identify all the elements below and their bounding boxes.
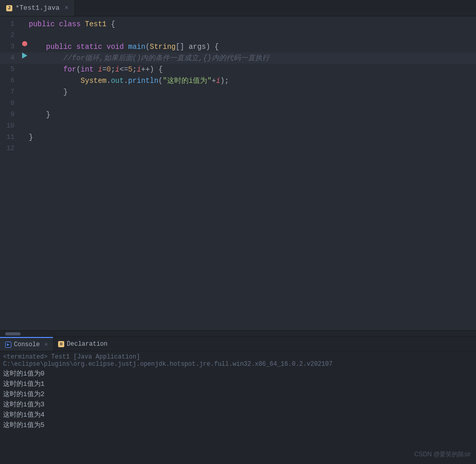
declaration-icon: D bbox=[58, 341, 64, 347]
bottom-panel: ▶ Console × D Declaration <terminated> T… bbox=[0, 336, 476, 464]
breakpoint-3 bbox=[22, 41, 27, 46]
tab-close-button[interactable]: × bbox=[65, 5, 68, 12]
code-line-9: 9 } bbox=[0, 109, 476, 120]
line-num-4: 4 bbox=[0, 52, 21, 64]
code-line-12: 12 bbox=[0, 143, 476, 154]
line-content-7: } bbox=[29, 86, 476, 98]
declaration-tab[interactable]: D Declaration bbox=[53, 337, 113, 351]
console-output-2: 这时的i值为2 bbox=[3, 389, 473, 400]
line-content-4: //for循环,如果后面()内的条件一直成立,{}内的代码一直执行 bbox=[29, 52, 476, 64]
console-content: <terminated> Test1 [Java Application] C:… bbox=[0, 351, 476, 464]
line-num-6: 6 bbox=[0, 75, 21, 86]
line-content-6: System.out.println("这时的i值为"+i); bbox=[29, 75, 476, 86]
line-num-8: 8 bbox=[0, 98, 21, 109]
execution-arrow-4 bbox=[22, 52, 27, 59]
code-line-7: 7 } bbox=[0, 86, 476, 98]
watermark: CSDN @爱笑的陈sir bbox=[414, 450, 471, 459]
console-output-3: 这时的i值为3 bbox=[3, 400, 473, 410]
code-container[interactable]: 1 public class Test1 { 2 3 public static… bbox=[0, 16, 476, 330]
line-content-1: public class Test1 { bbox=[29, 19, 476, 30]
console-output-4: 这时的i值为4 bbox=[3, 410, 473, 420]
line-num-3: 3 bbox=[0, 41, 21, 52]
console-tab-label: Console bbox=[14, 341, 40, 348]
console-tab-close[interactable]: × bbox=[44, 342, 48, 348]
editor-area: 1 public class Test1 { 2 3 public static… bbox=[0, 16, 476, 336]
panel-tab-bar: ▶ Console × D Declaration bbox=[0, 337, 476, 351]
line-num-5: 5 bbox=[0, 64, 21, 75]
console-output-1: 这时的i值为1 bbox=[3, 379, 473, 389]
scrollbar-thumb[interactable] bbox=[5, 332, 21, 335]
code-line-2: 2 bbox=[0, 30, 476, 41]
console-status: <terminated> Test1 [Java Application] C:… bbox=[3, 352, 473, 369]
line-content-5: for(int i=0;i<=5;i++) { bbox=[29, 64, 476, 75]
tab-bar: J *Test1.java × bbox=[0, 0, 476, 16]
line-num-10: 10 bbox=[0, 120, 21, 132]
line-num-2: 2 bbox=[0, 30, 21, 41]
line-content-9: } bbox=[29, 109, 476, 120]
console-output-5: 这时的i值为5 bbox=[3, 420, 473, 431]
tab-label: *Test1.java bbox=[15, 4, 60, 12]
code-line-1: 1 public class Test1 { bbox=[0, 19, 476, 30]
line-num-9: 9 bbox=[0, 109, 21, 120]
horizontal-scrollbar[interactable] bbox=[0, 330, 476, 336]
code-line-4: 4 //for循环,如果后面()内的条件一直成立,{}内的代码一直执行 bbox=[0, 52, 476, 64]
line-num-7: 7 bbox=[0, 86, 21, 98]
code-line-3: 3 public static void main(String[] args)… bbox=[0, 41, 476, 52]
code-line-6: 6 System.out.println("这时的i值为"+i); bbox=[0, 75, 476, 86]
line-num-11: 11 bbox=[0, 132, 21, 143]
line-content-3: public static void main(String[] args) { bbox=[29, 41, 476, 52]
code-line-8: 8 bbox=[0, 98, 476, 109]
console-tab[interactable]: ▶ Console × bbox=[0, 337, 53, 351]
line-num-1: 1 bbox=[0, 19, 21, 30]
line-indicator-3 bbox=[21, 41, 29, 46]
code-line-5: 5 for(int i=0;i<=5;i++) { bbox=[0, 64, 476, 75]
console-output-0: 这时的i值为0 bbox=[3, 369, 473, 379]
console-icon: ▶ bbox=[5, 342, 11, 348]
line-content-11: } bbox=[29, 132, 476, 143]
editor-tab[interactable]: J *Test1.java × bbox=[0, 0, 75, 16]
declaration-tab-label: Declaration bbox=[67, 341, 107, 348]
code-line-11: 11 } bbox=[0, 132, 476, 143]
code-line-10: 10 bbox=[0, 120, 476, 132]
java-file-icon: J bbox=[6, 5, 12, 11]
line-num-12: 12 bbox=[0, 143, 21, 154]
line-indicator-4 bbox=[21, 52, 29, 59]
